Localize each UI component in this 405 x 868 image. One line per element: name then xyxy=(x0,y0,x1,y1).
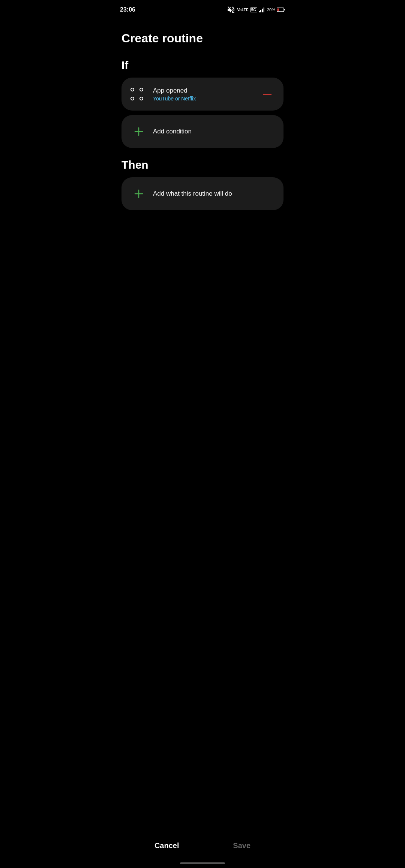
condition-subtitle: YouTube or Netflix xyxy=(153,96,256,102)
condition-title: App opened xyxy=(153,87,256,94)
save-button[interactable]: Save xyxy=(218,838,266,853)
cancel-button[interactable]: Cancel xyxy=(140,838,194,853)
svg-rect-1 xyxy=(260,10,261,12)
page-title: Create routine xyxy=(122,31,284,45)
battery-level: 20% xyxy=(267,7,275,12)
if-section: If App opened YouTube or Netflix — xyxy=(122,59,284,148)
network-label: VoLTE xyxy=(237,8,248,12)
svg-rect-2 xyxy=(262,9,263,12)
add-action-card[interactable]: Add what this routine will do xyxy=(122,177,284,210)
then-section-title: Then xyxy=(122,159,284,171)
app-opened-condition-card[interactable]: App opened YouTube or Netflix — xyxy=(122,78,284,111)
svg-rect-3 xyxy=(263,7,264,12)
remove-condition-action[interactable]: — xyxy=(260,88,274,100)
status-time: 23:06 xyxy=(120,6,135,13)
5g-label: 5G xyxy=(250,7,257,12)
add-action-label: Add what this routine will do xyxy=(153,190,232,198)
battery-icon xyxy=(277,7,285,12)
svg-rect-0 xyxy=(259,11,260,12)
add-condition-icon xyxy=(130,123,147,140)
home-indicator xyxy=(180,862,225,864)
then-section: Then Add what this routine will do xyxy=(122,159,284,210)
add-action-icon xyxy=(130,186,147,202)
remove-condition-button[interactable]: — xyxy=(260,88,274,100)
status-bar: 23:06 VoLTE 5G 20% xyxy=(112,0,292,18)
add-condition-label: Add condition xyxy=(153,128,192,135)
svg-rect-5 xyxy=(284,9,285,10)
status-icons: VoLTE 5G 20% xyxy=(226,5,285,14)
add-condition-card[interactable]: Add condition xyxy=(122,115,284,148)
condition-text: App opened YouTube or Netflix xyxy=(153,87,256,102)
if-section-title: If xyxy=(122,59,284,72)
svg-rect-6 xyxy=(278,9,279,11)
apps-icon xyxy=(130,86,147,102)
mute-icon xyxy=(226,5,236,14)
main-content: Create routine If App opened YouTube or … xyxy=(112,18,292,222)
signal-icon xyxy=(259,7,266,12)
